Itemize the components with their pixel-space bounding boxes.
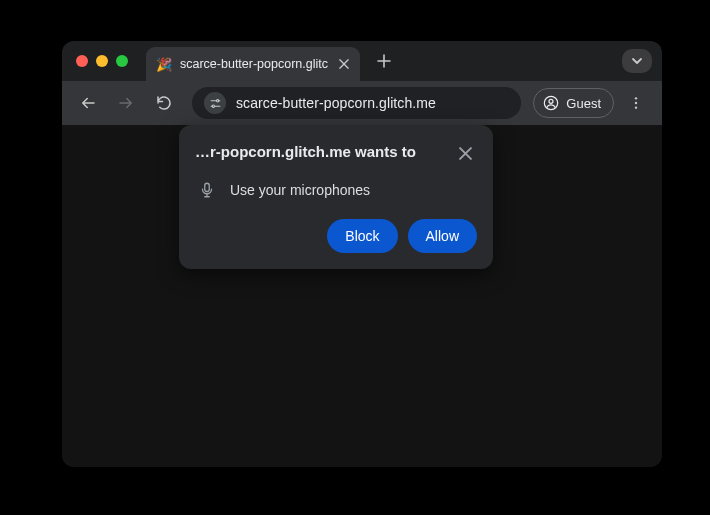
permission-close-button[interactable] — [453, 141, 477, 165]
window-controls — [76, 55, 128, 67]
window-minimize-button[interactable] — [96, 55, 108, 67]
new-tab-button[interactable] — [370, 47, 398, 75]
page-viewport: …r-popcorn.glitch.me wants to Use your m… — [62, 125, 662, 467]
tab-favicon-icon: 🎉 — [156, 56, 172, 72]
permission-actions: Block Allow — [195, 219, 477, 253]
chevron-down-icon — [631, 55, 643, 67]
permission-title: …r-popcorn.glitch.me wants to — [195, 143, 416, 162]
svg-point-1 — [212, 105, 214, 107]
back-button[interactable] — [72, 87, 104, 119]
allow-button[interactable]: Allow — [408, 219, 477, 253]
svg-point-4 — [635, 97, 637, 99]
browser-tab[interactable]: 🎉 scarce-butter-popcorn.glitch — [146, 47, 360, 81]
url-text: scarce-butter-popcorn.glitch.me — [236, 95, 436, 111]
profile-button[interactable]: Guest — [533, 88, 614, 118]
reload-icon — [155, 94, 173, 112]
forward-button[interactable] — [110, 87, 142, 119]
close-icon — [339, 59, 349, 69]
arrow-right-icon — [117, 94, 135, 112]
kebab-icon — [628, 95, 644, 111]
address-bar[interactable]: scarce-butter-popcorn.glitch.me — [192, 87, 521, 119]
permission-dialog: …r-popcorn.glitch.me wants to Use your m… — [179, 125, 493, 269]
block-button[interactable]: Block — [327, 219, 397, 253]
tab-title: scarce-butter-popcorn.glitch — [180, 57, 328, 71]
svg-point-5 — [635, 102, 637, 104]
titlebar: 🎉 scarce-butter-popcorn.glitch — [62, 41, 662, 81]
site-settings-button[interactable] — [204, 92, 226, 114]
window-close-button[interactable] — [76, 55, 88, 67]
profile-label: Guest — [566, 96, 601, 111]
permission-request-text: Use your microphones — [230, 182, 370, 198]
svg-point-0 — [216, 99, 218, 101]
close-icon — [459, 147, 472, 160]
window-dropdown-button[interactable] — [622, 49, 652, 73]
toolbar: scarce-butter-popcorn.glitch.me Guest — [62, 81, 662, 125]
microphone-icon — [198, 181, 216, 199]
reload-button[interactable] — [148, 87, 180, 119]
tune-icon — [209, 97, 222, 110]
svg-point-6 — [635, 106, 637, 108]
permission-request-row: Use your microphones — [195, 181, 477, 199]
guest-avatar-icon — [543, 95, 559, 111]
window-maximize-button[interactable] — [116, 55, 128, 67]
svg-point-3 — [549, 99, 553, 103]
plus-icon — [377, 54, 391, 68]
overflow-menu-button[interactable] — [620, 87, 652, 119]
arrow-left-icon — [79, 94, 97, 112]
tab-close-button[interactable] — [336, 56, 352, 72]
svg-rect-7 — [205, 183, 210, 191]
browser-window: 🎉 scarce-butter-popcorn.glitch — [62, 41, 662, 467]
